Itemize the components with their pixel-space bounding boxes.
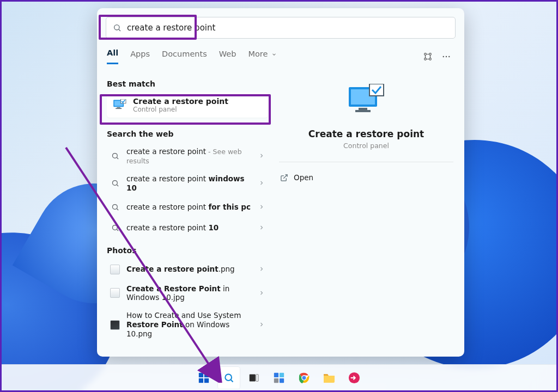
best-match-result[interactable]: Create a restore point Control panel <box>107 93 268 118</box>
windows-search-panel: create a restore point All Apps Document… <box>97 8 464 357</box>
svg-rect-31 <box>199 378 203 382</box>
web-suggestion[interactable]: create a restore point for this pc <box>107 197 268 218</box>
svg-rect-26 <box>369 84 384 96</box>
tab-web[interactable]: Web <box>219 50 236 64</box>
svg-rect-24 <box>359 108 367 110</box>
section-search-web: Search the web <box>107 130 268 138</box>
svg-line-15 <box>117 158 118 160</box>
share-across-devices-icon[interactable] <box>423 52 433 62</box>
chevron-right-icon <box>258 320 265 330</box>
open-external-icon <box>280 174 288 182</box>
search-icon <box>113 23 122 32</box>
results-list: Best match Create a restore point Contro… <box>97 64 268 357</box>
web-suggestion[interactable]: create a restore point - See web results <box>107 143 268 170</box>
search-icon <box>109 177 121 189</box>
svg-rect-37 <box>274 372 278 377</box>
section-best-match: Best match <box>107 79 268 88</box>
svg-rect-39 <box>274 378 278 382</box>
windows-logo-icon <box>198 372 210 384</box>
svg-line-34 <box>231 379 233 382</box>
svg-point-8 <box>448 56 450 57</box>
svg-point-6 <box>443 56 444 57</box>
open-action[interactable]: Open <box>279 170 453 185</box>
photo-result[interactable]: How to Create and Use System Restore Poi… <box>107 307 268 343</box>
svg-point-14 <box>112 154 117 158</box>
photo-result[interactable]: Create a Restore Point in Windows 10.jpg <box>107 280 268 307</box>
chrome-icon <box>298 372 310 384</box>
svg-line-21 <box>117 229 118 231</box>
svg-rect-30 <box>204 372 209 377</box>
svg-rect-11 <box>117 107 120 108</box>
svg-rect-35 <box>250 374 256 381</box>
svg-line-1 <box>119 29 120 31</box>
svg-rect-13 <box>121 99 126 103</box>
best-match-title: Create a restore point <box>133 97 228 106</box>
image-thumb-icon <box>109 319 121 331</box>
folder-icon <box>323 372 336 384</box>
search-button[interactable] <box>218 367 240 389</box>
chevron-right-icon <box>258 178 265 188</box>
svg-point-18 <box>112 205 117 210</box>
open-label: Open <box>294 173 313 182</box>
taskbar <box>2 364 556 390</box>
web-suggestion[interactable]: create a restore point windows 10 <box>107 170 268 197</box>
preview-title: Create a restore point <box>308 128 424 139</box>
chrome-button[interactable] <box>293 367 315 389</box>
chevron-right-icon <box>258 151 265 161</box>
photo-result[interactable]: Create a restore point.png <box>107 259 268 280</box>
chevron-right-icon <box>258 264 265 274</box>
svg-point-5 <box>429 58 432 60</box>
app-button-generic[interactable] <box>343 367 365 389</box>
chevron-right-icon <box>258 288 265 298</box>
filter-tabs: All Apps Documents Web More <box>107 48 277 64</box>
monitor-icon <box>112 99 128 112</box>
svg-rect-38 <box>280 372 284 377</box>
svg-line-19 <box>117 209 118 210</box>
tab-all[interactable]: All <box>107 48 118 64</box>
svg-point-33 <box>225 374 232 381</box>
tab-apps[interactable]: Apps <box>130 50 150 64</box>
search-query-text: create a restore point <box>127 23 215 33</box>
search-icon <box>109 201 121 213</box>
svg-rect-25 <box>355 110 371 112</box>
svg-rect-29 <box>199 372 203 377</box>
svg-rect-12 <box>116 108 122 109</box>
web-suggestion[interactable]: create a restore point 10 <box>107 218 268 238</box>
search-icon <box>223 372 234 383</box>
widgets-icon <box>273 372 285 384</box>
svg-point-2 <box>424 53 427 55</box>
tab-documents[interactable]: Documents <box>162 50 207 64</box>
file-explorer-button[interactable] <box>318 367 340 389</box>
tab-more[interactable]: More <box>248 50 277 64</box>
chevron-right-icon <box>258 223 265 233</box>
svg-point-20 <box>112 225 117 230</box>
search-input[interactable]: create a restore point <box>106 17 456 39</box>
start-button[interactable] <box>193 367 215 389</box>
preview-subtitle: Control panel <box>343 142 389 150</box>
svg-point-3 <box>429 53 432 55</box>
svg-rect-32 <box>204 378 209 382</box>
section-photos: Photos <box>107 246 268 255</box>
svg-point-4 <box>424 58 427 60</box>
search-icon <box>109 150 121 162</box>
svg-point-16 <box>112 181 117 186</box>
search-icon <box>109 222 121 234</box>
svg-rect-36 <box>256 374 259 381</box>
more-options-icon[interactable] <box>441 52 451 62</box>
svg-point-0 <box>114 25 119 30</box>
preview-pane: Create a restore point Control panel Ope… <box>268 64 464 357</box>
task-view-button[interactable] <box>243 367 265 389</box>
chevron-down-icon <box>271 52 277 57</box>
svg-line-17 <box>117 185 118 187</box>
image-thumb-icon <box>109 264 121 275</box>
svg-rect-40 <box>280 378 284 382</box>
task-view-icon <box>248 372 260 384</box>
svg-point-7 <box>446 56 447 57</box>
best-match-subtitle: Control panel <box>133 106 228 113</box>
circle-app-icon <box>348 372 360 384</box>
widgets-button[interactable] <box>268 367 290 389</box>
svg-line-27 <box>283 174 287 178</box>
image-thumb-icon <box>109 287 121 299</box>
monitor-large-icon <box>347 84 386 119</box>
divider <box>279 162 453 162</box>
